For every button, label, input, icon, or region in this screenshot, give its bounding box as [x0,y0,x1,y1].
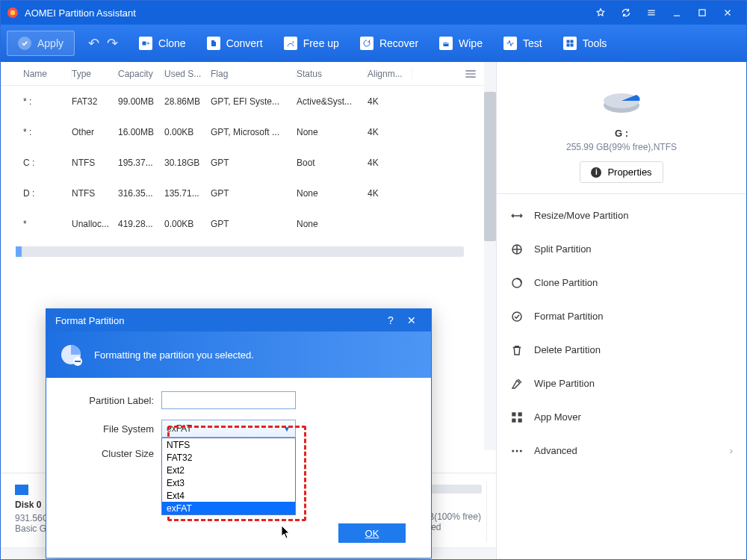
delete-icon [510,343,524,357]
toolbar-label: Clone [158,37,186,49]
op-label: Format Partition [534,311,603,322]
toolbar-tools[interactable]: Tools [563,37,607,50]
maximize-icon[interactable] [689,1,715,25]
operations-list: Resize/Move PartitionSplit PartitionClon… [497,194,746,472]
op-clone[interactable]: Clone Partition [497,266,746,299]
col-capacity[interactable]: Capacity [118,69,164,79]
op-split[interactable]: Split Partition [497,232,746,266]
fs-option-fat32[interactable]: FAT32 [162,451,295,464]
file-system-value: exFAT [167,423,192,434]
toolbar-label: Recover [379,37,418,49]
col-used[interactable]: Used S... [164,69,211,79]
right-panel: G : 255.99 GB(99% free),NTFS i Propertie… [496,62,746,559]
dialog-close-icon[interactable]: ✕ [401,314,422,326]
op-advanced[interactable]: Advanced› [497,434,746,467]
undo-redo: ↶ ↷ [88,35,118,52]
undo-icon[interactable]: ↶ [88,35,99,52]
main-area: Name Type Capacity Used S... Flag Status… [1,62,746,559]
pie-ban-icon [58,342,84,367]
convert-icon [207,37,220,50]
toolbar-test[interactable]: Test [503,37,542,50]
fs-option-exfat[interactable]: exFAT [162,502,295,514]
dialog-banner-text: Formatting the partition you selected. [94,349,254,361]
usage-pie-icon [599,75,644,120]
op-label: Wipe Partition [534,378,595,389]
test-icon [503,37,517,50]
refresh-icon[interactable] [613,1,639,25]
file-system-combobox[interactable]: exFAT ▼ NTFSFAT32Ext2Ext3Ext4exFAT [161,420,296,438]
appmover-icon [510,411,524,424]
table-row[interactable]: *Unalloc...419.28...0.00KBGPTNone [1,208,496,239]
op-appmover[interactable]: App Mover [497,400,746,434]
svg-point-1 [10,10,15,15]
disk-bar-bg [1,239,496,284]
op-wipe[interactable]: Wipe Partition [497,367,746,400]
table-row[interactable]: D :NTFS316.35...135.71...GPTNone4K [1,178,496,208]
table-body: * :FAT3299.00MB28.86MBGPT, EFI Syste...A… [1,86,496,239]
svg-rect-8 [570,44,573,47]
svg-rect-3 [143,42,146,46]
cluster-size-label: Cluster Size [66,448,161,459]
fs-option-ntfs[interactable]: NTFS [162,438,295,451]
format-partition-dialog: Format Partition ? ✕ Formatting the part… [46,308,432,559]
toolbar-items: CloneConvertFree upRecoverWipeTestTools [139,37,607,50]
col-status[interactable]: Status [297,69,368,79]
op-delete[interactable]: Delete Partition [497,333,746,367]
properties-label: Properties [607,167,651,178]
chevron-down-icon: ▼ [283,425,291,433]
table-row[interactable]: C :NTFS195.37...30.18GBGPTBoot4K [1,147,496,178]
svg-point-16 [512,312,521,321]
close-icon[interactable] [715,1,740,25]
svg-point-22 [516,449,518,452]
svg-rect-7 [566,44,569,47]
svg-rect-4 [444,44,449,46]
vertical-scrollbar[interactable] [484,62,496,450]
minimize-icon[interactable] [664,1,689,25]
op-label: Advanced [534,445,577,456]
file-system-label: File System [66,423,161,435]
redo-icon[interactable]: ↷ [107,35,118,52]
split-icon [510,243,524,256]
clone-icon [510,276,524,290]
svg-rect-19 [512,418,515,422]
properties-button[interactable]: i Properties [580,161,663,183]
toolbar-free-up[interactable]: Free up [284,37,339,50]
format-icon [510,310,524,323]
op-label: Resize/Move Partition [534,210,628,221]
col-align[interactable]: Alignm... [368,69,412,79]
columns-menu-icon[interactable] [463,66,478,81]
toolbar-wipe[interactable]: Wipe [439,37,483,50]
menu-bars-icon[interactable] [639,1,664,25]
toolbar-label: Wipe [459,37,483,49]
toolbar-convert[interactable]: Convert [207,37,263,50]
ok-button[interactable]: OK [338,523,406,543]
col-flag[interactable]: Flag [211,69,297,79]
dialog-help-icon[interactable]: ? [380,314,401,326]
col-name[interactable]: Name [23,69,72,79]
fs-option-ext4[interactable]: Ext4 [162,489,295,502]
svg-point-21 [512,449,514,452]
file-system-options: NTFSFAT32Ext2Ext3Ext4exFAT [161,438,296,515]
op-label: Delete Partition [534,344,601,355]
chevron-right-icon: › [730,445,733,456]
svg-rect-11 [75,361,81,362]
svg-rect-6 [570,40,573,43]
svg-point-23 [520,449,522,452]
op-resize[interactable]: Resize/Move Partition [497,199,746,232]
star-icon[interactable] [588,1,613,25]
svg-rect-18 [518,412,522,416]
op-label: App Mover [534,411,581,423]
partition-label-input[interactable] [161,391,296,409]
apply-button[interactable]: Apply [7,31,75,56]
svg-rect-17 [512,412,515,416]
toolbar-recover[interactable]: Recover [360,37,418,50]
dialog-titlebar: Format Partition ? ✕ [46,309,431,332]
fs-option-ext3[interactable]: Ext3 [162,476,295,489]
fs-option-ext2[interactable]: Ext2 [162,464,295,476]
table-row[interactable]: * :Other16.00MB0.00KBGPT, Microsoft ...N… [1,116,496,147]
op-format[interactable]: Format Partition [497,299,746,333]
col-type[interactable]: Type [72,69,118,79]
toolbar-clone[interactable]: Clone [139,37,186,50]
table-row[interactable]: * :FAT3299.00MB28.86MBGPT, EFI Syste...A… [1,86,496,116]
app-window: AOMEI Partition Assistant Apply ↶ ↷ Clon… [0,0,747,560]
